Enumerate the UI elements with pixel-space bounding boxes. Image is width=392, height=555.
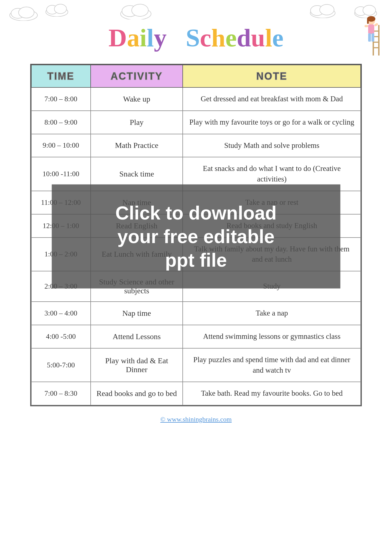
table-row: 1:00 – 2:00Eat Lunch with familyTalk wit…: [31, 238, 361, 271]
svg-point-27: [320, 4, 334, 15]
cell-activity-7: Study Science and other subjects: [91, 271, 183, 302]
cloud-icon-2: [44, 1, 69, 17]
page: Daily Schedule: [0, 0, 392, 555]
column-header-activity: ACTIVITY: [91, 65, 183, 87]
footer-link[interactable]: © www.shiningbrains.com: [160, 416, 231, 423]
cell-time-4: 11:00 – 12:00: [31, 191, 91, 214]
cell-note-1: Play with my favourite toys or go for a …: [183, 111, 361, 134]
svg-rect-44: [371, 33, 374, 42]
page-title: Daily Schedule: [6, 25, 386, 51]
cell-activity-9: Attend Lessons: [91, 325, 183, 348]
cell-note-7: Study: [183, 271, 361, 302]
table-row: 3:00 – 4:00Nap timeTake a nap: [31, 302, 361, 325]
table-row: 12:00 – 1:00Read EnglishRead books and s…: [31, 214, 361, 238]
cloud-icon-1: [8, 3, 39, 21]
cell-time-11: 7:00 – 8:30: [31, 382, 91, 405]
column-header-note: NOTE: [183, 65, 361, 87]
cell-activity-2: Math Practice: [91, 134, 183, 157]
schedule-table-wrapper: TIME ACTIVITY NOTE 7:00 – 8:00Wake upGet…: [16, 61, 376, 412]
table-row: 5:00-7:00Play with dad & Eat DinnerPlay …: [31, 348, 361, 382]
schedule-table: TIME ACTIVITY NOTE 7:00 – 8:00Wake upGet…: [31, 65, 361, 405]
cell-time-0: 7:00 – 8:00: [31, 87, 91, 111]
cell-note-5: Read books and study English: [183, 214, 361, 238]
cell-note-8: Take a nap: [183, 302, 361, 325]
svg-rect-36: [378, 25, 380, 56]
cell-activity-11: Read books and go to bed: [91, 382, 183, 405]
cell-time-1: 8:00 – 9:00: [31, 111, 91, 134]
table-row: 4:00 -5:00Attend LessonsAttend swimming …: [31, 325, 361, 348]
table-row: 7:00 – 8:00Wake upGet dressed and eat br…: [31, 87, 361, 111]
cell-activity-8: Nap time: [91, 302, 183, 325]
cloud-icon-4: [309, 1, 337, 18]
cell-note-2: Study Math and solve problems: [183, 134, 361, 157]
cell-note-6: Talk with family about my day. Have fun …: [183, 238, 361, 271]
table-row: 10:00 -11:00Snack timeEat snacks and do …: [31, 157, 361, 191]
cell-note-4: Take a nap or rest: [183, 191, 361, 214]
svg-rect-43: [368, 33, 371, 42]
cell-note-9: Attend swimming lessons or gymnastics cl…: [183, 325, 361, 348]
cloud-icon-3: [119, 0, 152, 19]
table-row: 7:00 – 8:30Read books and go to bedTake …: [31, 382, 361, 405]
svg-rect-45: [365, 25, 368, 27]
svg-rect-48: [367, 19, 369, 24]
cell-note-10: Play puzzles and spend time with dad and…: [183, 348, 361, 382]
cell-activity-1: Play: [91, 111, 183, 134]
cell-time-10: 5:00-7:00: [31, 348, 91, 382]
schedule-table-container: TIME ACTIVITY NOTE 7:00 – 8:00Wake upGet…: [30, 64, 362, 406]
footer: © www.shiningbrains.com: [160, 412, 231, 426]
cell-activity-0: Wake up: [91, 87, 183, 111]
svg-rect-46: [374, 23, 378, 27]
cell-time-6: 1:00 – 2:00: [31, 238, 91, 271]
svg-rect-40: [373, 47, 380, 48]
header: Daily Schedule: [0, 0, 392, 61]
cell-time-2: 9:00 – 10:00: [31, 134, 91, 157]
cell-activity-4: Nap time: [91, 191, 183, 214]
cell-time-7: 2:00 – 3:00: [31, 271, 91, 302]
svg-rect-42: [368, 24, 374, 34]
column-header-time: TIME: [31, 65, 91, 87]
cell-note-11: Take bath. Read my favourite books. Go t…: [183, 382, 361, 405]
table-row: 2:00 – 3:00Study Science and other subje…: [31, 271, 361, 302]
cell-activity-10: Play with dad & Eat Dinner: [91, 348, 183, 382]
cell-activity-3: Snack time: [91, 157, 183, 191]
cell-note-0: Get dressed and eat breakfast with mom &…: [183, 87, 361, 111]
svg-point-2: [19, 7, 34, 18]
cell-activity-6: Eat Lunch with family: [91, 238, 183, 271]
cell-time-9: 4:00 -5:00: [31, 325, 91, 348]
cell-time-3: 10:00 -11:00: [31, 157, 91, 191]
cell-activity-5: Read English: [91, 214, 183, 238]
svg-rect-39: [373, 42, 380, 43]
svg-point-11: [54, 4, 67, 14]
table-row: 9:00 – 10:00Math PracticeStudy Math and …: [31, 134, 361, 157]
girl-illustration: [356, 8, 384, 56]
table-row: 11:00 – 12:00Nap timeTake a nap or rest: [31, 191, 361, 214]
table-row: 8:00 – 9:00PlayPlay with my favourite to…: [31, 111, 361, 134]
cell-note-3: Eat snacks and do what I want to do (Cre…: [183, 157, 361, 191]
svg-point-18: [132, 4, 148, 16]
cell-time-8: 3:00 – 4:00: [31, 302, 91, 325]
cell-time-5: 12:00 – 1:00: [31, 214, 91, 238]
